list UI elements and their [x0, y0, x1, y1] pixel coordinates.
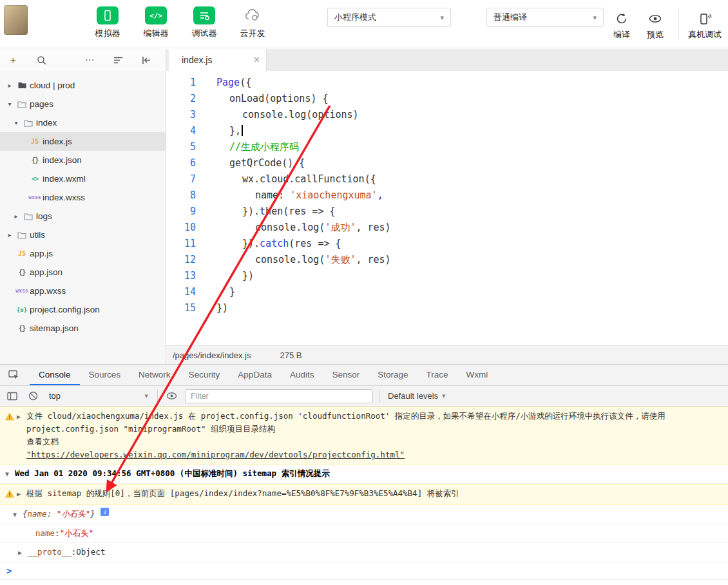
tree-item-cloud-prod[interactable]: ▸cloud | prod: [0, 76, 166, 95]
devtools-tab-audits[interactable]: Audits: [281, 365, 323, 385]
line-number: 3: [166, 107, 197, 123]
code-line[interactable]: 12console.log('失败', res): [166, 252, 728, 268]
console-prompt[interactable]: >: [0, 562, 728, 580]
code-line[interactable]: 8name: 'xiaochengxuma',: [166, 187, 728, 204]
tool-editor[interactable]: </> 编辑器: [140, 4, 172, 39]
inspect-element-icon[interactable]: [5, 365, 22, 385]
code-line[interactable]: 15}): [166, 300, 728, 316]
compile-mode-dropdown[interactable]: 普通编译 ▾: [486, 8, 604, 27]
message-line: 根据 sitemap 的规则[0]，当前页面 [pages/index/inde…: [26, 487, 723, 500]
plus-icon[interactable]: ＋: [6, 53, 19, 66]
devtools-tab-trace[interactable]: Trace: [417, 365, 457, 385]
devtools-tab-wxml[interactable]: Wxml: [457, 365, 497, 385]
wxss-file-icon: wxss: [27, 195, 43, 200]
filter-input[interactable]: [185, 389, 373, 403]
more-icon[interactable]: ⋯: [83, 53, 96, 66]
collapse-all-icon[interactable]: [111, 53, 124, 66]
json-file-icon: {}: [14, 324, 30, 332]
console-sidebar-icon[interactable]: [5, 389, 19, 403]
tree-item-project.config.json[interactable]: {o}project.config.json: [0, 300, 166, 319]
action-label: 真机调试: [688, 29, 722, 41]
tree-item-index.wxml[interactable]: <>index.wxml: [0, 169, 166, 188]
tree-item-logs[interactable]: ▸logs: [0, 207, 166, 225]
chevron-down-icon[interactable]: ▾: [12, 119, 21, 126]
collapse-sidebar-icon[interactable]: [140, 53, 153, 66]
code-line[interactable]: 3console.log(options): [166, 107, 728, 123]
log-levels-dropdown[interactable]: Default levels ▾: [388, 391, 446, 401]
code-text: console.log('成功', res): [216, 220, 391, 236]
tree-item-sitemap.json[interactable]: {}sitemap.json: [0, 319, 166, 338]
code-line[interactable]: 5//生成小程序码: [166, 139, 728, 155]
code-line[interactable]: 4},: [166, 123, 728, 139]
mode-dropdown[interactable]: 小程序模式 ▾: [327, 8, 451, 27]
info-icon[interactable]: i: [101, 508, 109, 516]
devtools-tab-console[interactable]: Console: [30, 365, 80, 385]
tool-label: 模拟器: [91, 28, 124, 39]
code-line[interactable]: 6getQrCode() {: [166, 155, 728, 171]
code-line[interactable]: 14}: [166, 284, 728, 300]
close-icon[interactable]: ×: [254, 55, 260, 65]
code-line[interactable]: 13}): [166, 268, 728, 284]
expand-arrow-right-icon[interactable]: ▶: [17, 410, 26, 423]
code-line[interactable]: 2onLoad(options) {: [166, 91, 728, 107]
tree-item-app.wxss[interactable]: wxssapp.wxss: [0, 282, 166, 300]
devtools-tab-sensor[interactable]: Sensor: [323, 365, 369, 385]
tree-item-app.js[interactable]: JSapp.js: [0, 244, 166, 263]
chevron-down-icon[interactable]: ▾: [5, 101, 14, 108]
device-debug-button[interactable]: 真机调试: [685, 8, 724, 41]
expand-arrow-down-icon[interactable]: ▼: [13, 508, 23, 521]
tool-debugger[interactable]: 调试器: [188, 4, 220, 39]
tree-item-utils[interactable]: ▸utils: [0, 225, 166, 244]
warning-text: 根据 sitemap 的规则[0]，当前页面 [pages/index/inde…: [26, 487, 723, 500]
code-line[interactable]: 9}).then(res => {: [166, 204, 728, 220]
tab-index-js[interactable]: index.js ×: [169, 49, 267, 71]
tree-item-label: index.wxml: [43, 174, 86, 184]
devtools-tab-sources[interactable]: Sources: [80, 365, 130, 385]
tree-item-index.wxss[interactable]: wxssindex.wxss: [0, 188, 166, 207]
property-value: "小石头": [60, 527, 94, 540]
code-line[interactable]: 10console.log('成功', res): [166, 220, 728, 236]
expand-arrow-right-icon[interactable]: ▶: [17, 487, 26, 501]
object-proto-row: ▶__proto__: Object: [0, 543, 728, 562]
chevron-right-icon[interactable]: ▸: [5, 231, 14, 238]
search-icon[interactable]: [35, 53, 48, 66]
devtools-tab-storage[interactable]: Storage: [369, 365, 417, 385]
code-line[interactable]: 7wx.cloud.callFunction({: [166, 171, 728, 187]
expand-arrow-down-icon[interactable]: ▼: [5, 467, 15, 481]
chevron-down-icon: ▾: [442, 392, 446, 400]
object-preview-text: {name: "小石头"}: [23, 508, 95, 521]
main-toolbar: 模拟器 </> 编辑器 调试器 云开发 小程序模式 ▾: [0, 0, 728, 48]
devtools-tab-security[interactable]: Security: [180, 365, 229, 385]
user-avatar[interactable]: [4, 5, 28, 35]
tree-item-label: sitemap.json: [30, 323, 79, 333]
file-explorer: ▸cloud | prod▾pages▾indexJSindex.js{}ind…: [0, 71, 166, 364]
code-editor[interactable]: 1Page({2onLoad(options) {3console.log(op…: [166, 71, 728, 345]
code-line[interactable]: 1Page({: [166, 75, 728, 91]
tree-item-index.js[interactable]: JSindex.js: [0, 132, 166, 151]
eye-icon[interactable]: [164, 389, 178, 403]
chevron-right-icon[interactable]: ▸: [5, 82, 14, 89]
devtools-panel: ConsoleSourcesNetworkSecurityAppDataAudi…: [0, 364, 728, 585]
code-line[interactable]: 11}).catch(res => {: [166, 236, 728, 252]
action-buttons: 编译 预览 真机调试: [605, 4, 724, 44]
doc-link[interactable]: "https://developers.weixin.qq.com/minipr…: [26, 448, 723, 461]
tree-item-pages[interactable]: ▾pages: [0, 95, 166, 113]
devtools-tab-appdata[interactable]: AppData: [229, 365, 281, 385]
line-number: 12: [166, 252, 197, 268]
tree-item-index.json[interactable]: {}index.json: [0, 151, 166, 169]
action-label: 预览: [641, 29, 669, 41]
chevron-right-icon[interactable]: ▸: [12, 213, 21, 220]
devtools-tab-network[interactable]: Network: [129, 365, 180, 385]
compile-button[interactable]: 编译: [605, 8, 638, 41]
clear-console-icon[interactable]: [26, 389, 40, 403]
tool-simulator[interactable]: 模拟器: [91, 4, 124, 39]
cloud-dev-icon: [242, 6, 263, 24]
preview-button[interactable]: 预览: [638, 8, 672, 41]
context-dropdown[interactable]: top ▾: [46, 391, 151, 401]
message-line: 查看文档: [26, 436, 723, 448]
tool-cloud-dev[interactable]: 云开发: [236, 4, 269, 39]
tree-item-index[interactable]: ▾index: [0, 113, 166, 132]
code-text: console.log(options): [216, 107, 359, 123]
tree-item-app.json[interactable]: {}app.json: [0, 263, 166, 282]
expand-arrow-right-icon[interactable]: ▶: [18, 546, 28, 559]
